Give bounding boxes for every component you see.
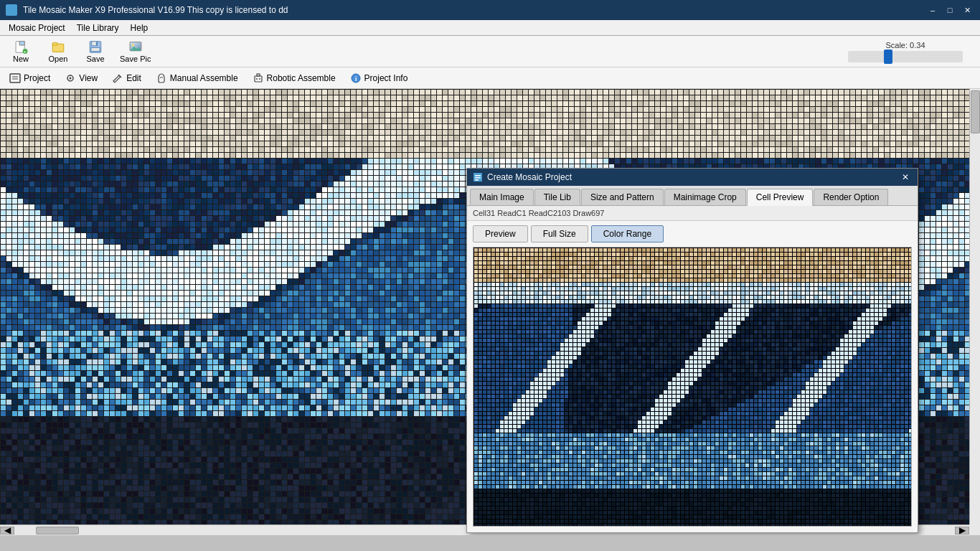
title-bar: Tile Mosaic Maker X9 Professional V16.99…: [0, 0, 980, 20]
save-pic-label: Save Pic: [120, 55, 151, 63]
view-icon: [65, 72, 76, 84]
robotic-assemble-ribbon-btn[interactable]: Robotic Assemble: [246, 70, 342, 87]
scale-area: Scale: 0.34: [848, 41, 977, 62]
menu-tile-library[interactable]: Tile Library: [71, 22, 125, 34]
toolbar: + New Open Save: [0, 36, 980, 67]
edit-ribbon-label: Edit: [126, 73, 141, 83]
save-icon: [88, 40, 103, 54]
manual-assemble-label: Manual Assemble: [170, 73, 238, 83]
edit-ribbon-btn[interactable]: Edit: [105, 70, 148, 87]
info-icon: i: [350, 72, 362, 84]
dialog-status-text: Cell31 ReadC1 ReadC2103 Draw697: [473, 209, 604, 217]
new-button[interactable]: + New: [3, 38, 39, 65]
new-icon: +: [13, 40, 29, 54]
dialog-tabs: Main Image Tile Lib Size and Pattern Mai…: [467, 186, 918, 206]
svg-rect-15: [10, 74, 20, 83]
manual-icon: [156, 72, 167, 84]
app-title: Tile Mosaic Maker X9 Professional V16.99…: [23, 5, 288, 15]
open-icon: [50, 40, 66, 54]
svg-marker-2: [19, 41, 24, 44]
menu-mosaic-project[interactable]: Mosaic Project: [3, 22, 71, 34]
tab-main-image[interactable]: Main Image: [470, 189, 534, 205]
tab-size-pattern[interactable]: Size and Pattern: [581, 189, 664, 205]
tab-render-option[interactable]: Render Option: [814, 189, 888, 205]
project-ribbon-label: Project: [24, 73, 50, 83]
project-info-label: Project Info: [364, 73, 408, 83]
savepic-icon: [128, 40, 143, 54]
manual-assemble-ribbon-btn[interactable]: Manual Assemble: [149, 70, 245, 87]
robotic-icon: [253, 72, 264, 84]
save-pic-button[interactable]: Save Pic: [115, 38, 156, 65]
svg-rect-10: [96, 42, 98, 44]
dialog-preview: [473, 247, 912, 527]
view-ribbon-label: View: [79, 73, 98, 83]
view-ribbon-btn[interactable]: View: [58, 70, 104, 87]
vertical-scrollbar[interactable]: [969, 89, 980, 524]
svg-point-25: [259, 78, 260, 80]
svg-point-13: [132, 44, 134, 46]
svg-point-19: [70, 77, 72, 79]
main-content: ◀ ▶ Create Mosaic Project ✕ Main Image: [0, 89, 980, 535]
dialog-title: Create Mosaic Project: [487, 172, 572, 182]
dialog-title-left: Create Mosaic Project: [473, 172, 572, 182]
new-label: New: [13, 55, 29, 63]
dialog-canvas: [473, 248, 911, 526]
dialog-icon: [473, 172, 483, 182]
scale-label: Scale: 0.34: [885, 41, 925, 50]
svg-text:+: +: [24, 50, 27, 54]
project-icon: [9, 72, 21, 84]
create-mosaic-dialog: Create Mosaic Project ✕ Main Image Tile …: [466, 168, 918, 533]
title-bar-controls: – □ ✕: [925, 3, 974, 17]
svg-rect-9: [91, 47, 100, 51]
dialog-close-button[interactable]: ✕: [899, 171, 912, 184]
tab-mainimage-crop[interactable]: Mainimage Crop: [664, 189, 746, 205]
menu-bar: Mosaic Project Tile Library Help: [0, 20, 980, 36]
dialog-action-bar: Preview Full Size Color Range: [467, 221, 918, 247]
edit-icon: [112, 72, 123, 84]
maximize-button[interactable]: □: [943, 3, 957, 17]
menu-help[interactable]: Help: [125, 22, 154, 34]
preview-button[interactable]: Preview: [473, 225, 528, 242]
project-ribbon-btn[interactable]: Project: [3, 70, 57, 87]
save-label: Save: [86, 55, 104, 63]
ribbon: Project View Edit Manual Assemble Roboti…: [0, 67, 980, 89]
svg-rect-22: [255, 76, 262, 82]
close-button[interactable]: ✕: [960, 3, 974, 17]
open-button[interactable]: Open: [40, 38, 76, 65]
dialog-status-bar: Cell31 ReadC1 ReadC2103 Draw697: [467, 206, 918, 221]
minimize-button[interactable]: –: [925, 3, 940, 17]
scroll-corner: [969, 524, 980, 535]
svg-text:i: i: [355, 75, 357, 83]
scale-slider[interactable]: [848, 51, 963, 62]
svg-rect-30: [475, 177, 481, 179]
app-icon: [6, 4, 17, 16]
svg-rect-23: [257, 74, 260, 76]
svg-rect-31: [475, 179, 479, 181]
svg-rect-6: [52, 42, 57, 44]
color-range-button[interactable]: Color Range: [591, 225, 664, 242]
svg-rect-29: [475, 175, 481, 176]
svg-point-24: [256, 78, 258, 80]
tab-tile-lib[interactable]: Tile Lib: [534, 189, 580, 205]
title-bar-left: Tile Mosaic Maker X9 Professional V16.99…: [6, 4, 288, 16]
save-button[interactable]: Save: [77, 38, 113, 65]
open-label: Open: [49, 55, 68, 63]
dialog-titlebar: Create Mosaic Project ✕: [467, 169, 918, 186]
robotic-assemble-label: Robotic Assemble: [267, 73, 336, 83]
full-size-button[interactable]: Full Size: [531, 225, 588, 242]
project-info-ribbon-btn[interactable]: i Project Info: [344, 70, 415, 87]
tab-cell-preview[interactable]: Cell Preview: [747, 189, 814, 206]
